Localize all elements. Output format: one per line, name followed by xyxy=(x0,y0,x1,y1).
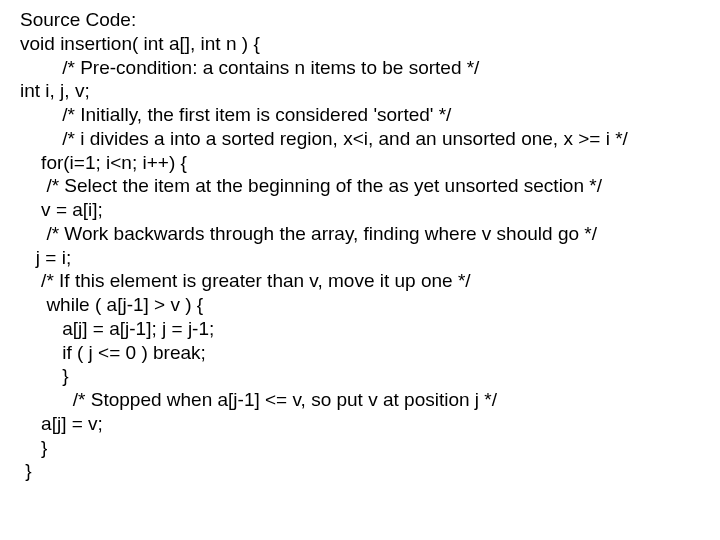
code-line: while ( a[j-1] > v ) { xyxy=(20,293,720,317)
code-line: a[j] = a[j-1]; j = j-1; xyxy=(20,317,720,341)
code-line: /* Work backwards through the array, fin… xyxy=(20,222,720,246)
code-line: /* i divides a into a sorted region, x<i… xyxy=(20,127,720,151)
code-line: a[j] = v; xyxy=(20,412,720,436)
code-line: } xyxy=(20,436,720,460)
code-line: for(i=1; i<n; i++) { xyxy=(20,151,720,175)
code-line: /* Stopped when a[j-1] <= v, so put v at… xyxy=(20,388,720,412)
code-line: Source Code: xyxy=(20,8,720,32)
source-code-listing: Source Code: void insertion( int a[], in… xyxy=(0,0,720,483)
code-line: } xyxy=(20,459,720,483)
code-line: } xyxy=(20,364,720,388)
code-line: void insertion( int a[], int n ) { xyxy=(20,32,720,56)
code-line: int i, j, v; xyxy=(20,79,720,103)
code-line: /* Pre-condition: a contains n items to … xyxy=(20,56,720,80)
code-line: /* Initially, the first item is consider… xyxy=(20,103,720,127)
code-line: v = a[i]; xyxy=(20,198,720,222)
code-line: j = i; xyxy=(20,246,720,270)
code-line: /* Select the item at the beginning of t… xyxy=(20,174,720,198)
code-line: if ( j <= 0 ) break; xyxy=(20,341,720,365)
code-line: /* If this element is greater than v, mo… xyxy=(20,269,720,293)
